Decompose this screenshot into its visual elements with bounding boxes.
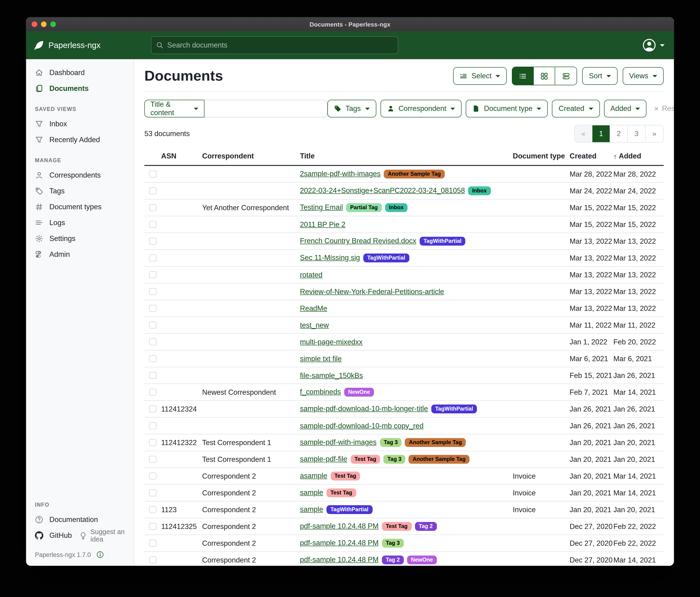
sidebar-item-tags[interactable]: Tags xyxy=(26,183,134,199)
row-checkbox[interactable] xyxy=(149,238,156,245)
document-link[interactable]: 2022-03-24+Sonstige+ScanPC2022-03-24_081… xyxy=(300,187,465,195)
column-header-created[interactable]: Created xyxy=(570,152,614,160)
row-checkbox[interactable] xyxy=(149,271,156,279)
tag-badge[interactable]: NewOne xyxy=(344,387,374,397)
document-link[interactable]: ReadMe xyxy=(300,304,327,312)
column-header-added[interactable]: ↑ Added xyxy=(614,152,664,160)
row-checkbox[interactable] xyxy=(149,255,156,262)
sidebar-item-documents[interactable]: Documents xyxy=(26,80,134,96)
row-checkbox[interactable] xyxy=(149,405,156,413)
filter-field-dropdown[interactable]: Title & content xyxy=(144,100,205,117)
sidebar-item-admin[interactable]: Admin xyxy=(26,246,134,262)
tag-badge[interactable]: Tag 3 xyxy=(380,438,402,447)
tag-badge[interactable]: Inbox xyxy=(385,203,407,212)
document-link[interactable]: multi-page-mixedxx xyxy=(300,338,362,346)
page-button-3[interactable]: 3 xyxy=(628,125,646,142)
brand[interactable]: Paperless-ngx xyxy=(26,40,134,51)
row-checkbox[interactable] xyxy=(149,372,156,379)
row-checkbox[interactable] xyxy=(149,556,156,564)
sidebar-item-settings[interactable]: Settings xyxy=(26,231,134,246)
row-checkbox[interactable] xyxy=(149,489,156,497)
tag-badge[interactable]: Partial Tag xyxy=(346,203,382,212)
sort-button[interactable]: Sort xyxy=(582,67,618,85)
row-checkbox[interactable] xyxy=(149,389,156,396)
column-header-title[interactable]: Title xyxy=(300,152,513,160)
tag-badge[interactable]: Another Sample Tag xyxy=(405,438,466,447)
tag-badge[interactable]: Test Tag xyxy=(330,471,360,481)
grid-view-button[interactable] xyxy=(534,67,555,85)
sidebar-item-dashboard[interactable]: Dashboard xyxy=(26,65,134,80)
sidebar-item-documentation[interactable]: Documentation xyxy=(26,512,134,528)
document-link[interactable]: sample-pdf-file xyxy=(300,455,347,463)
tag-badge[interactable]: TagWithPartial xyxy=(431,404,477,414)
tag-badge[interactable]: Tag 3 xyxy=(383,455,405,464)
tag-badge[interactable]: Inbox xyxy=(468,186,491,195)
page-button--[interactable]: » xyxy=(646,125,663,142)
tag-badge[interactable]: Tag 2 xyxy=(382,555,404,565)
document-link[interactable]: f_combineds xyxy=(300,388,341,397)
column-header-correspondent[interactable]: Correspondent xyxy=(202,152,300,160)
row-checkbox[interactable] xyxy=(149,355,156,362)
tag-badge[interactable]: NewOne xyxy=(407,555,437,565)
sidebar-item-recently-added[interactable]: Recently Added xyxy=(26,132,134,148)
document-link[interactable]: pdf-sample 10.24.48 PM xyxy=(300,539,379,547)
document-link[interactable]: sample xyxy=(300,488,323,497)
row-checkbox[interactable] xyxy=(149,288,156,295)
document-type-filter-button[interactable]: Document type xyxy=(466,100,548,117)
row-checkbox[interactable] xyxy=(149,523,156,530)
document-link[interactable]: Review-of-New-York-Federal-Petitions-art… xyxy=(300,287,444,296)
tags-filter-button[interactable]: Tags xyxy=(327,100,376,117)
document-link[interactable]: pdf-sample 10.24.48 PM xyxy=(300,556,379,564)
row-checkbox[interactable] xyxy=(149,187,156,195)
row-checkbox[interactable] xyxy=(149,321,156,329)
tag-badge[interactable]: Tag 2 xyxy=(415,522,436,531)
minimize-window-button[interactable] xyxy=(41,21,47,27)
document-link[interactable]: file-sample_150kBs xyxy=(300,371,363,380)
document-link[interactable]: test_new xyxy=(300,321,329,329)
tag-badge[interactable]: TagWithPartial xyxy=(420,237,466,246)
document-link[interactable]: Testing Email xyxy=(300,204,343,212)
close-window-button[interactable] xyxy=(32,21,37,27)
row-checkbox[interactable] xyxy=(149,473,156,480)
document-link[interactable]: sample xyxy=(300,505,323,514)
detail-view-button[interactable] xyxy=(555,67,577,85)
select-button[interactable]: Select xyxy=(453,67,507,85)
page-button--[interactable]: « xyxy=(575,125,593,142)
document-link[interactable]: asample xyxy=(300,472,327,480)
tag-badge[interactable]: TagWithPartial xyxy=(326,505,372,514)
page-button-2[interactable]: 2 xyxy=(610,125,628,142)
row-checkbox[interactable] xyxy=(149,305,156,312)
row-checkbox[interactable] xyxy=(149,439,156,446)
row-checkbox[interactable] xyxy=(149,422,156,429)
document-link[interactable]: 2sample-pdf-with-images xyxy=(300,170,380,178)
row-checkbox[interactable] xyxy=(149,338,156,345)
tag-badge[interactable]: Test Tag xyxy=(382,522,412,531)
tag-badge[interactable]: Tag 3 xyxy=(382,539,404,548)
document-link[interactable]: sample-pdf-download-10-mb-longer-title xyxy=(300,405,428,413)
column-header-asn[interactable]: ASN xyxy=(161,152,202,160)
sidebar-item-logs[interactable]: Logs xyxy=(26,215,134,231)
user-menu[interactable] xyxy=(642,38,674,52)
sidebar-item-document-types[interactable]: Document types xyxy=(26,199,134,215)
added-filter-button[interactable]: Added xyxy=(604,100,647,117)
views-button[interactable]: Views xyxy=(623,67,664,85)
row-checkbox[interactable] xyxy=(149,456,156,463)
document-link[interactable]: Sec 11-Missing sig xyxy=(300,254,360,262)
document-link[interactable]: sample-pdf-with-images xyxy=(300,438,377,447)
document-link[interactable]: pdf-sample 10.24.48 PM xyxy=(300,522,379,531)
list-view-button[interactable] xyxy=(512,67,534,85)
document-link[interactable]: 2011 BP Pie 2 xyxy=(300,220,345,229)
row-checkbox[interactable] xyxy=(149,506,156,514)
created-filter-button[interactable]: Created xyxy=(552,100,600,117)
row-checkbox[interactable] xyxy=(149,204,156,211)
sidebar-item-correspondents[interactable]: Correspondents xyxy=(26,167,134,183)
row-checkbox[interactable] xyxy=(149,540,156,547)
tag-badge[interactable]: Another Sample Tag xyxy=(409,455,470,464)
page-button-1[interactable]: 1 xyxy=(593,125,610,142)
suggest-idea-link[interactable]: Suggest an idea xyxy=(79,528,134,543)
reset-filters-button[interactable]: × Reset filters xyxy=(654,104,674,113)
zoom-window-button[interactable] xyxy=(50,21,56,27)
correspondent-filter-button[interactable]: Correspondent xyxy=(380,100,461,117)
filter-text-input[interactable] xyxy=(205,100,327,117)
document-link[interactable]: simple txt file xyxy=(300,354,342,363)
